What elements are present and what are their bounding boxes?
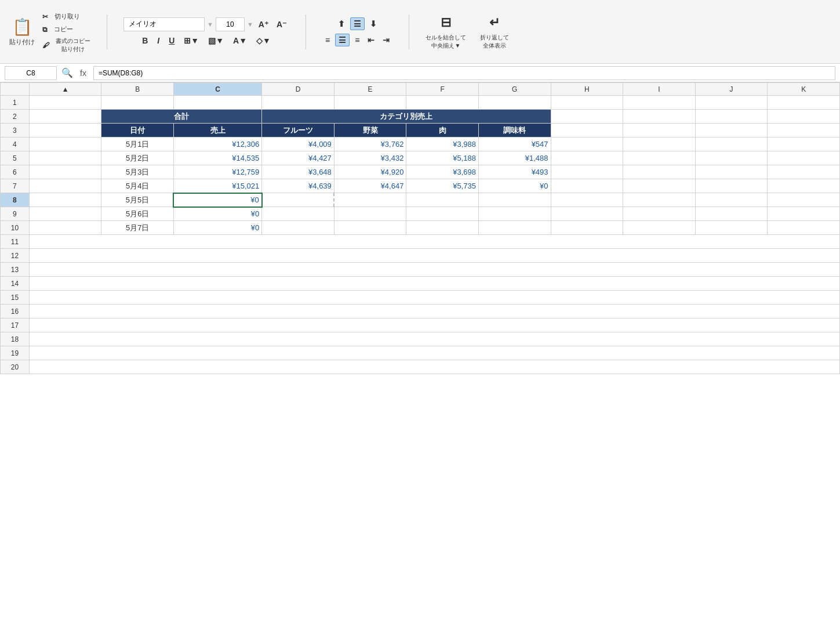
cell-K5[interactable] [768,151,840,165]
cell-G3[interactable]: 調味料 [478,124,551,137]
row-num-4[interactable]: 4 [1,137,30,151]
merge-cells-button[interactable]: ⊟ [438,14,454,31]
row-num-10[interactable]: 10 [1,221,30,235]
cell-I10[interactable] [623,221,696,235]
cell-E8[interactable] [334,193,406,207]
cell-H9[interactable] [551,207,623,221]
cell-D4[interactable]: ¥4,009 [262,137,334,151]
cell-D2-merged[interactable]: カテゴリ別売上 [262,110,551,124]
cell-I3[interactable] [623,124,696,137]
copy-button[interactable]: ⧉ [39,24,50,35]
cell-K1[interactable] [768,96,840,110]
indent-right-button[interactable]: ⇥ [380,34,392,46]
cell-G6[interactable]: ¥493 [478,165,551,179]
cell-A9[interactable] [29,207,101,221]
bold-button[interactable]: B [139,35,151,46]
cell-B10[interactable]: 5月7日 [101,221,174,235]
col-header-C[interactable]: C [173,83,261,96]
cell-B2-merged[interactable]: 合計 [101,110,262,124]
cell-J9[interactable] [695,207,768,221]
border-button[interactable]: ⊞▼ [181,35,202,46]
cell-J2[interactable] [695,110,768,124]
align-middle-button[interactable]: ☰ [350,17,365,30]
cell-H7[interactable] [551,179,623,193]
cell-I6[interactable] [623,165,696,179]
cell-G7[interactable]: ¥0 [478,179,551,193]
col-header-I[interactable]: I [623,83,696,96]
cell-G9[interactable] [478,207,551,221]
row-num-1[interactable]: 1 [1,96,30,110]
cell-A4[interactable] [29,137,101,151]
cell-F8[interactable] [406,193,479,207]
row-num-6[interactable]: 6 [1,165,30,179]
cell-I2[interactable] [623,110,696,124]
cell-F7[interactable]: ¥5,735 [406,179,479,193]
cell-K6[interactable] [768,165,840,179]
cell-B9[interactable]: 5月6日 [101,207,174,221]
cell-I4[interactable] [623,137,696,151]
cell-G4[interactable]: ¥547 [478,137,551,151]
align-center-button[interactable]: ☰ [335,34,350,46]
cell-D9[interactable] [262,207,334,221]
cell-A2[interactable] [29,110,101,124]
cell-K7[interactable] [768,179,840,193]
cell-E1[interactable] [334,96,406,110]
font-size-input[interactable] [216,17,245,31]
cell-H2[interactable] [551,110,623,124]
cell-J8[interactable] [695,193,768,207]
format-copy-button[interactable]: 🖌 [39,40,52,50]
col-header-G[interactable]: G [478,83,551,96]
row-num-8[interactable]: 8 [1,193,30,207]
cell-F9[interactable] [406,207,479,221]
cell-G8[interactable] [478,193,551,207]
cell-K2[interactable] [768,110,840,124]
cell-B5[interactable]: 5月2日 [101,151,174,165]
cell-B3[interactable]: 日付 [101,124,174,137]
cell-D8[interactable] [262,193,334,207]
cell-B8[interactable]: 5月5日 [101,193,174,207]
cell-J6[interactable] [695,165,768,179]
cell-E3[interactable]: 野菜 [334,124,406,137]
col-header-H[interactable]: H [551,83,623,96]
cell-A7[interactable] [29,179,101,193]
cell-C3[interactable]: 売上 [173,124,261,137]
row-num-9[interactable]: 9 [1,207,30,221]
paint-button[interactable]: ◇▼ [253,35,274,46]
col-header-D[interactable]: D [262,83,334,96]
align-left-button[interactable]: ≡ [322,34,333,46]
cell-C6[interactable]: ¥12,759 [173,165,261,179]
indent-left-button[interactable]: ⇤ [365,34,377,46]
cell-E6[interactable]: ¥4,920 [334,165,406,179]
cell-G1[interactable] [478,96,551,110]
cell-A3[interactable] [29,124,101,137]
wrap-text-button[interactable]: ↵ [486,14,503,31]
font-grow-button[interactable]: A⁺ [256,19,271,30]
cell-E4[interactable]: ¥3,762 [334,137,406,151]
cell-I8[interactable] [623,193,696,207]
col-header-K[interactable]: K [768,83,840,96]
cell-I7[interactable] [623,179,696,193]
cell-H6[interactable] [551,165,623,179]
cell-I1[interactable] [623,96,696,110]
cell-J4[interactable] [695,137,768,151]
cell-D6[interactable]: ¥3,648 [262,165,334,179]
font-shrink-button[interactable]: A⁻ [274,19,289,30]
col-header-B[interactable]: B [101,83,174,96]
row-num-7[interactable]: 7 [1,179,30,193]
cell-C5[interactable]: ¥14,535 [173,151,261,165]
cell-D1[interactable] [262,96,334,110]
underline-button[interactable]: U [166,35,177,46]
align-bottom-button[interactable]: ⬇ [367,18,380,30]
cell-F10[interactable] [406,221,479,235]
cell-J3[interactable] [695,124,768,137]
cell-B6[interactable]: 5月3日 [101,165,174,179]
cell-C8-selected[interactable]: ¥0 [173,193,261,207]
cell-C4[interactable]: ¥12,306 [173,137,261,151]
cell-H1[interactable] [551,96,623,110]
cell-F5[interactable]: ¥5,188 [406,151,479,165]
cell-K8[interactable] [768,193,840,207]
col-header-J[interactable]: J [695,83,768,96]
cell-A8[interactable] [29,193,101,207]
cell-I5[interactable] [623,151,696,165]
cell-C9[interactable]: ¥0 [173,207,261,221]
